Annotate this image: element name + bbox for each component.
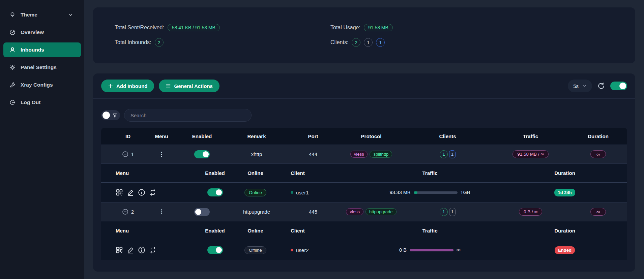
traffic-limit: ∞ [457, 247, 461, 253]
dashboard-icon [9, 29, 16, 35]
col-header: Clients [403, 133, 492, 139]
stat-label: Clients: [330, 39, 348, 45]
gear-icon [9, 64, 16, 70]
client-name: user1 [296, 190, 309, 195]
inbounds-table: ID Menu Enabled Remark Port Protocol Cli… [101, 128, 627, 260]
sidebar-item-label: Xray Configs [21, 82, 53, 88]
traffic-limit: 1GB [461, 190, 470, 195]
refresh-interval-select[interactable]: 5s [568, 80, 592, 92]
client-count-badge: 1 [440, 150, 448, 158]
inbound-row: 2 ⋮ httpupgrade 445 vless httpupgrade 1 … [101, 202, 627, 221]
col-header: Enabled [192, 170, 238, 176]
main-area: Total Sent/Received: 58.41 KB / 91.53 MB… [84, 0, 644, 279]
edit-icon[interactable] [127, 189, 134, 196]
online-status-badge: Offline [244, 246, 266, 254]
duration-badge: ∞ [590, 150, 606, 158]
inbound-port: 444 [287, 151, 339, 157]
col-header: Menu [101, 228, 192, 234]
client-status-dot [291, 249, 293, 251]
traffic-used: 93.33 MB [389, 190, 410, 195]
inbound-id: 1 [131, 151, 134, 157]
stat-label: Total Sent/Received: [115, 25, 164, 31]
edit-icon[interactable] [127, 246, 134, 254]
col-header: Protocol [339, 133, 403, 139]
col-header: Remark [226, 133, 287, 139]
total-usage-badge: 91.58 MB [364, 24, 393, 31]
sent-received-badge: 58.41 KB / 91.53 MB [168, 24, 220, 31]
auto-refresh-toggle[interactable] [610, 82, 627, 90]
col-header: Menu [101, 170, 192, 176]
sidebar-item-label: Panel Settings [21, 64, 57, 70]
stat-label: Total Inbounds: [115, 39, 151, 45]
filter-toggle[interactable] [101, 110, 120, 120]
refresh-icon[interactable] [597, 82, 605, 90]
sidebar-item-theme[interactable]: Theme [3, 7, 81, 22]
collapse-row-icon[interactable] [122, 209, 128, 215]
table-header: ID Menu Enabled Remark Port Protocol Cli… [101, 128, 627, 145]
chevron-down-icon [68, 13, 73, 17]
inbound-enabled-toggle[interactable] [194, 150, 210, 158]
col-header: Online [238, 228, 273, 234]
total-inbounds-badge: 2 [155, 38, 164, 47]
client-row: Offline user2 0 B ∞ Ended [101, 240, 627, 260]
sidebar-item-label: Log Out [21, 99, 40, 105]
collapse-row-icon[interactable] [122, 151, 128, 157]
sidebar-item-panel-settings[interactable]: Panel Settings [3, 60, 81, 75]
protocol-tag: splithttp [370, 151, 392, 158]
qrcode-icon[interactable] [116, 246, 123, 254]
reset-traffic-icon[interactable] [149, 189, 156, 196]
sidebar-item-inbounds[interactable]: Inbounds [3, 42, 81, 57]
client-name: user2 [296, 247, 309, 253]
col-header: Enabled [178, 133, 226, 139]
client-count-badge: 1 [449, 150, 456, 158]
qrcode-icon[interactable] [116, 189, 123, 196]
inbound-enabled-toggle[interactable] [194, 208, 210, 216]
search-input[interactable] [124, 109, 252, 122]
inbound-remark: httpupgrade [226, 209, 287, 215]
sidebar-item-label: Theme [21, 12, 37, 18]
add-inbound-button[interactable]: Add Inbound [101, 80, 154, 92]
reset-traffic-icon[interactable] [149, 246, 156, 254]
col-header: ID [101, 133, 145, 139]
online-status-badge: Online [244, 189, 266, 196]
col-header: Client [273, 170, 357, 176]
info-icon[interactable] [138, 246, 145, 254]
clients-online-badge: 1 [376, 38, 385, 47]
sidebar-item-overview[interactable]: Overview [3, 25, 81, 40]
sidebar-item-label: Overview [21, 29, 44, 35]
col-header: Port [287, 133, 339, 139]
info-icon[interactable] [138, 189, 145, 196]
traffic-badge: 0 B / ∞ [519, 208, 542, 216]
traffic-badge: 91.58 MB / ∞ [513, 150, 549, 158]
sidebar-item-logout[interactable]: Log Out [3, 95, 81, 110]
row-menu-icon[interactable]: ⋮ [159, 209, 165, 215]
inbound-id: 2 [131, 209, 134, 215]
menu-lines-icon [166, 83, 171, 89]
bulb-icon [9, 12, 16, 18]
expanded-client-section: Menu Enabled Online Client Traffic Durat… [101, 163, 627, 202]
client-status-dot [291, 191, 293, 194]
chevron-down-icon [583, 84, 587, 88]
inbound-port: 445 [287, 209, 339, 215]
col-header: Traffic [357, 170, 502, 176]
stat-total-usage: Total Usage: 91.58 MB [330, 24, 393, 31]
col-header: Menu [145, 133, 178, 139]
inbound-remark: xhttp [226, 151, 287, 157]
col-header: Enabled [192, 228, 238, 234]
col-header: Client [273, 228, 357, 234]
general-actions-button[interactable]: General Actions [159, 80, 219, 92]
col-header: Traffic [492, 133, 569, 139]
stat-clients: Clients: 2 1 1 [330, 38, 393, 47]
wrench-icon [9, 82, 16, 88]
duration-badge: ∞ [590, 208, 606, 216]
row-menu-icon[interactable]: ⋮ [159, 151, 165, 157]
client-enabled-toggle[interactable] [207, 246, 223, 254]
col-header: Duration [502, 170, 627, 176]
inbound-row: 1 ⋮ xhttp 444 vless splithttp 1 1 91.58 … [101, 145, 627, 163]
client-row: Online user1 93.33 MB 1GB 1d 24h [101, 183, 627, 202]
client-duration-badge: 1d 24h [554, 189, 575, 196]
protocol-tag: vless [346, 208, 363, 215]
inbounds-card: Add Inbound General Actions 5s [93, 73, 635, 272]
client-enabled-toggle[interactable] [207, 188, 223, 196]
sidebar-item-xray-configs[interactable]: Xray Configs [3, 78, 81, 92]
